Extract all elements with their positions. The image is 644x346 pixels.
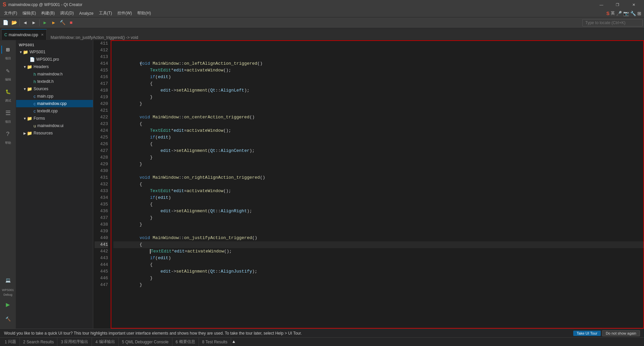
- lang-icon[interactable]: 英: [611, 10, 615, 16]
- tree-item-resources[interactable]: ▶ 📁 Resources: [16, 129, 93, 137]
- file-icon: c: [34, 109, 36, 114]
- tree-item-mainwindow-ui[interactable]: u mainwindow.ui: [16, 122, 93, 129]
- code-line-444: edit->setAlignment(Qt::AlignJustify);: [113, 262, 644, 268]
- code-line-435: edit->setAlignment(Qt::AlignRight);: [113, 201, 644, 208]
- tree-item-wps001[interactable]: ▼ 📁 WPS001: [16, 48, 93, 56]
- file-icon: c: [34, 101, 36, 106]
- menu-debug[interactable]: 调试(D): [57, 10, 76, 17]
- back-button[interactable]: ◀: [21, 19, 29, 27]
- tree-item-maincpp[interactable]: c main.cpp: [16, 93, 93, 100]
- sidebar-icon-run-bottom[interactable]: ▶: [1, 298, 15, 311]
- sidebar-icon-edit[interactable]: ✎: [1, 64, 15, 77]
- title-bar-left: S mainwindow.cpp @ WPS001 - Qt Creator: [3, 2, 83, 8]
- sidebar-icon-bottom1[interactable]: 💻: [1, 274, 15, 287]
- menu-help[interactable]: 帮助(H): [135, 10, 154, 17]
- menu-file[interactable]: 文件(F): [1, 10, 20, 17]
- debug-run-button[interactable]: ▶: [50, 19, 58, 27]
- tree-label: Resources: [34, 131, 53, 135]
- sidebar-icon-project2[interactable]: ☰: [1, 106, 15, 120]
- sidebar-icon-help[interactable]: ?: [1, 127, 15, 141]
- tree-label: textedit.h: [37, 79, 54, 84]
- menu-tools[interactable]: 工具(T): [96, 10, 115, 17]
- bottom-tab-issues[interactable]: 1 问题: [1, 338, 20, 346]
- app-icon: S: [3, 2, 6, 8]
- tab-num: 5: [122, 340, 124, 344]
- code-line-447: [113, 282, 644, 288]
- tools-icon2[interactable]: 🔧: [630, 11, 636, 16]
- menu-edit[interactable]: 编辑(E): [20, 10, 39, 17]
- bottom-tabs-expand[interactable]: ▲: [232, 339, 235, 344]
- run-button[interactable]: ▶: [41, 19, 49, 27]
- sidebar-icon-group-edit: ✎ 编辑: [0, 63, 16, 83]
- bottom-tab-app-output[interactable]: 3 应用程序输出: [57, 338, 92, 346]
- bottom-tab-qml-debugger[interactable]: 5 QML Debugger Console: [119, 338, 172, 346]
- dont-show-button[interactable]: Do not show again: [602, 330, 640, 336]
- tree-label: Forms: [34, 116, 45, 121]
- tab-close-button[interactable]: ✕: [41, 33, 44, 37]
- tab-mainwindow-cpp[interactable]: C mainwindow.cpp ✕: [1, 29, 47, 40]
- sidebar-icon-project[interactable]: ⊞: [1, 43, 15, 56]
- close-button[interactable]: ✕: [626, 0, 641, 9]
- tab-label: 应用程序输出: [64, 339, 88, 345]
- take-tour-button[interactable]: Take UI Tour: [573, 331, 601, 336]
- minimize-button[interactable]: —: [594, 0, 609, 9]
- chevron-icon: ▼: [23, 65, 27, 69]
- tree-item-headers[interactable]: ▼ 📁 Headers: [16, 63, 93, 70]
- bottom-tab-search-results[interactable]: 2 Search Results: [20, 338, 57, 346]
- maximize-button[interactable]: ❐: [610, 0, 625, 9]
- tree-item-wps001pro[interactable]: 📄 WPS001.pro: [16, 56, 93, 63]
- code-line-423: TextEdit*edit=activateWindow();: [113, 121, 644, 127]
- tree-label: mainwindow.h: [37, 72, 62, 76]
- tree-label: mainwindow.ui: [37, 123, 63, 128]
- locate-input[interactable]: [582, 19, 643, 26]
- code-line-446: }: [113, 275, 644, 282]
- menu-widget[interactable]: 控件(W): [115, 10, 135, 17]
- code-editor[interactable]: 411 412 413 414 415 416 417 418 419 420 …: [93, 40, 644, 329]
- bottom-tab-compile-output[interactable]: 4 编译输出: [92, 338, 118, 346]
- folder-icon: 📁: [27, 64, 32, 69]
- new-file-button[interactable]: 📄: [1, 19, 9, 27]
- explorer-title: WPS001: [16, 42, 93, 48]
- sidebar-bottom: 💻 WPS001 Debug ▶ 🔨: [1, 274, 15, 326]
- breadcrumb: MainWindow::on_justifyAction_triggered()…: [51, 35, 138, 40]
- tree-item-mainwindow-cpp[interactable]: c mainwindow.cpp: [16, 100, 93, 107]
- tab-label: Search Results: [26, 340, 54, 344]
- code-line-427: }: [113, 148, 644, 154]
- grid-icon[interactable]: ⊞: [637, 11, 641, 16]
- menu-build[interactable]: 构建(B): [39, 10, 57, 17]
- build-button[interactable]: 🔨: [58, 19, 66, 27]
- tab-num: 3: [61, 340, 63, 344]
- stop-button[interactable]: ■: [67, 19, 75, 27]
- code-lines[interactable]: ▸ void MainWindow::on_leftAlignAction_tr…: [111, 40, 644, 329]
- toolbar-separator-1: [19, 19, 20, 26]
- bottom-tabs: 1 问题 2 Search Results 3 应用程序输出 4 编译输出 5 …: [0, 337, 644, 346]
- mic-icon[interactable]: 🎤: [616, 11, 622, 16]
- tab-num: 4: [95, 340, 98, 344]
- tab-num: 8: [202, 340, 205, 344]
- tree-item-sources[interactable]: ▼ 📁 Sources: [16, 85, 93, 93]
- info-bar: Would you like to take a quick UI tour? …: [0, 329, 644, 337]
- tree-label: textedit.cpp: [37, 109, 58, 113]
- camera-icon[interactable]: 📷: [623, 11, 629, 16]
- file-icon: c: [34, 94, 36, 99]
- sidebar-icon-debug[interactable]: 🐛: [1, 85, 15, 99]
- tree-item-textedit-cpp[interactable]: c textedit.cpp: [16, 107, 93, 115]
- file-explorer: WPS001 ▼ 📁 WPS001 📄 WPS001.pro ▼ 📁 Heade…: [16, 40, 93, 329]
- forward-button[interactable]: ▶: [30, 19, 38, 27]
- bottom-tab-summary[interactable]: 6 概要信息: [172, 338, 199, 346]
- open-button[interactable]: 📂: [10, 19, 18, 27]
- tree-item-forms[interactable]: ▼ 📁 Forms: [16, 115, 93, 122]
- tree-item-mainwindowh[interactable]: h mainwindow.h: [16, 70, 93, 78]
- code-line-433: if(edit): [113, 188, 644, 194]
- chevron-icon: ▼: [19, 50, 23, 54]
- tree-item-textedit-h[interactable]: h textedit.h: [16, 78, 93, 85]
- file-icon: 📄: [30, 57, 35, 62]
- code-line-424: if(edit): [113, 127, 644, 134]
- bottom-tab-test-results[interactable]: 8 Test Results: [199, 338, 231, 346]
- sidebar-icon-build-bottom[interactable]: 🔨: [1, 312, 15, 326]
- tab-label: Test Results: [206, 340, 227, 344]
- ime-icon[interactable]: S: [606, 11, 609, 16]
- code-line-418: }: [113, 87, 644, 94]
- menu-analyze[interactable]: Analyze: [76, 10, 96, 16]
- code-line-426: edit->setAlignment(Qt::AlignCenter);: [113, 141, 644, 148]
